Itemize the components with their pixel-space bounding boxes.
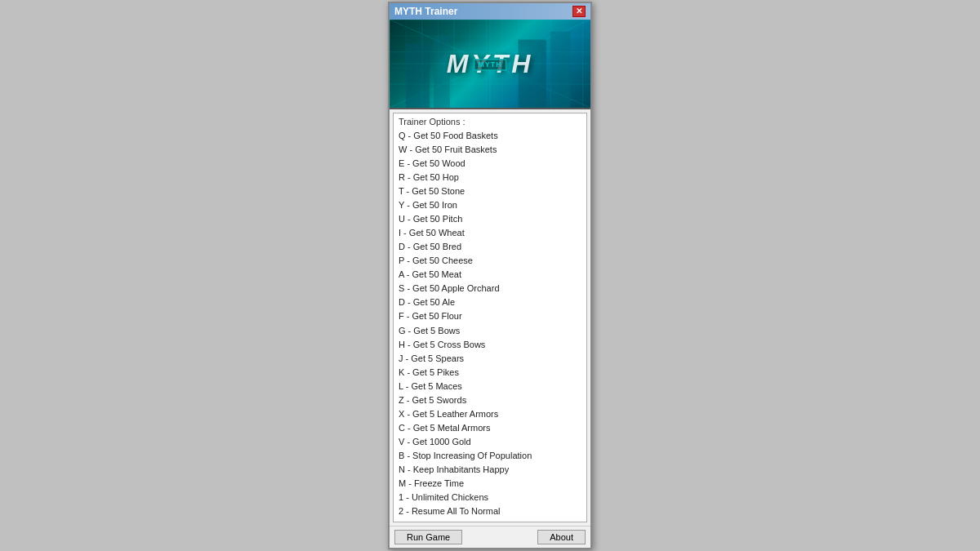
footer: Run Game About: [390, 526, 590, 548]
title-bar: MYTH Trainer ✕: [390, 3, 590, 20]
list-item: J - Get 5 Spears: [399, 352, 581, 366]
list-item: Y - Get 50 Iron: [399, 198, 581, 212]
list-item: X - Get 5 Leather Armors: [399, 407, 581, 421]
list-item: Z - Get 5 Swords: [399, 393, 581, 407]
run-game-button[interactable]: Run Game: [394, 530, 462, 544]
list-item: A - Get 50 Meat: [399, 268, 581, 282]
list-item: B - Stop Increasing Of Population: [399, 449, 581, 463]
list-item: H - Get 5 Cross Bows: [399, 338, 581, 352]
list-item: T - Get 50 Stone: [399, 184, 581, 198]
list-item: 1 - Unlimited Chickens: [399, 491, 581, 504]
list-item: S - Get 50 Apple Orchard: [399, 282, 581, 295]
svg-rect-9: [550, 32, 571, 108]
list-item: Q - Get 50 Food Baskets: [399, 129, 581, 143]
banner-logo: MYTH: [474, 59, 506, 70]
list-item: U - Get 50 Pitch: [399, 212, 581, 226]
list-item: D - Get 50 Bred: [399, 240, 581, 254]
list-item: I - Get 50 Wheat: [399, 226, 581, 240]
window-title: MYTH Trainer: [394, 6, 457, 17]
list-item: K - Get 5 Pikes: [399, 366, 581, 380]
banner-image: MYTH MYTH: [390, 20, 590, 109]
main-window: MYTH Trainer ✕: [388, 2, 592, 549]
list-item: F - Get 50 Flour: [399, 309, 581, 323]
list-item: V - Get 1000 Gold: [399, 435, 581, 449]
options-panel: Trainer Options : Q - Get 50 Food Basket…: [393, 113, 587, 522]
about-button[interactable]: About: [537, 530, 586, 544]
list-item: G - Get 5 Bows: [399, 324, 581, 338]
list-item: 2 - Resume All To Normal: [399, 504, 581, 518]
options-title: Trainer Options :: [399, 117, 581, 127]
close-button[interactable]: ✕: [572, 6, 586, 17]
svg-rect-6: [406, 43, 430, 108]
list-item: M - Freeze Time: [399, 477, 581, 491]
list-item: P - Get 50 Cheese: [399, 254, 581, 268]
list-item: N - Keep Inhabitants Happy: [399, 463, 581, 477]
list-item: E - Get 50 Wood: [399, 157, 581, 171]
list-item: R - Get 50 Hop: [399, 171, 581, 184]
list-item: D - Get 50 Ale: [399, 295, 581, 309]
options-list: Q - Get 50 Food BasketsW - Get 50 Fruit …: [399, 129, 581, 518]
list-item: C - Get 5 Metal Armors: [399, 421, 581, 435]
list-item: L - Get 5 Maces: [399, 380, 581, 393]
list-item: W - Get 50 Fruit Baskets: [399, 143, 581, 157]
